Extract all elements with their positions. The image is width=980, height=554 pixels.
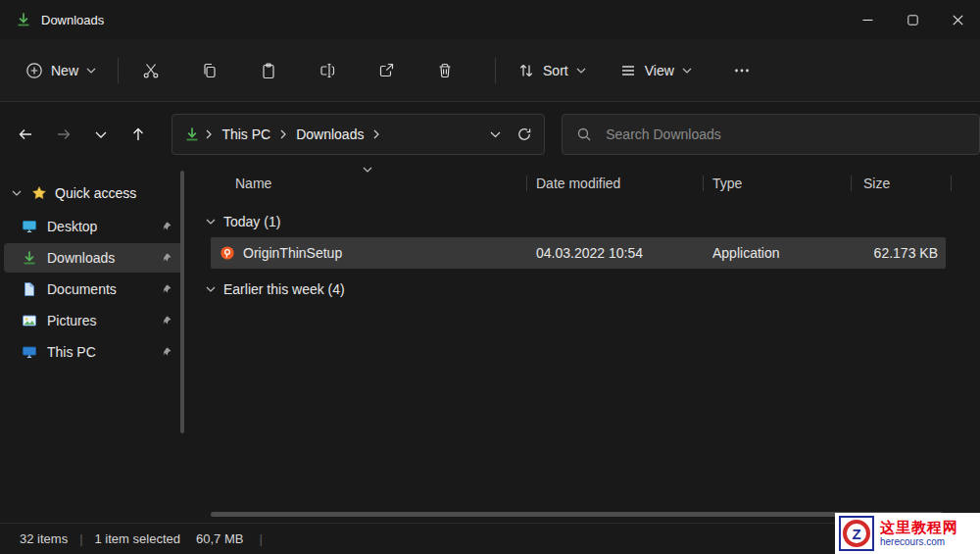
- download-icon: [22, 250, 37, 266]
- new-plus-icon: [25, 62, 43, 79]
- sort-button[interactable]: Sort: [508, 53, 596, 88]
- chevron-right-icon[interactable]: [373, 129, 379, 139]
- column-separator[interactable]: [951, 176, 952, 191]
- column-header-type[interactable]: Type: [712, 171, 742, 196]
- column-header-size[interactable]: Size: [863, 171, 890, 196]
- column-header-date-modified[interactable]: Date modified: [536, 171, 620, 196]
- sidebar-item-pictures[interactable]: Pictures: [4, 306, 182, 335]
- up-arrow-icon: [129, 126, 147, 143]
- download-icon: [16, 12, 31, 27]
- chevron-down-icon: [206, 286, 216, 292]
- file-list: Name Date modified Type Size Today (1): [196, 167, 980, 518]
- item-count: 32 items: [20, 531, 68, 546]
- titlebar-left: Downloads: [0, 12, 104, 27]
- chevron-down-icon[interactable]: [12, 190, 22, 196]
- chevron-right-icon[interactable]: [206, 129, 212, 139]
- copy-button[interactable]: [189, 52, 230, 89]
- column-header-name[interactable]: Name: [235, 171, 271, 196]
- address-dropdown-chevron-icon[interactable]: [490, 131, 501, 138]
- watermark-text: 这里教程网 herecours.com: [880, 520, 958, 547]
- pin-icon: [161, 283, 172, 295]
- documents-icon: [22, 281, 37, 297]
- status-separator: |: [259, 531, 262, 546]
- navigation-bar: This PC Downloads: [0, 102, 980, 167]
- sidebar-item-label: Pictures: [47, 313, 97, 328]
- sort-button-label: Sort: [543, 63, 568, 78]
- sidebar-item-desktop[interactable]: Desktop: [4, 212, 182, 241]
- sidebar-item-quick-access[interactable]: Quick access: [0, 178, 188, 208]
- rename-button[interactable]: [307, 52, 348, 89]
- search-box[interactable]: [562, 114, 980, 155]
- delete-icon: [436, 62, 454, 79]
- watermark-logo: Z: [839, 516, 874, 551]
- cut-button[interactable]: [130, 52, 172, 89]
- more-options-button[interactable]: [721, 52, 762, 89]
- copy-icon: [201, 62, 219, 79]
- back-button[interactable]: [10, 118, 41, 151]
- group-header-today[interactable]: Today (1): [206, 210, 280, 233]
- star-icon: [31, 185, 47, 201]
- search-input[interactable]: [604, 126, 965, 143]
- recent-locations-button[interactable]: [85, 118, 117, 151]
- delete-button[interactable]: [424, 52, 466, 89]
- pictures-icon: [22, 313, 37, 328]
- watermark-title: 这里教程网: [880, 520, 958, 536]
- chevron-down-icon: [206, 219, 216, 225]
- file-row-originthinsetup[interactable]: OriginThinSetup 04.03.2022 10:54 Applica…: [211, 237, 946, 269]
- chevron-down-icon: [576, 68, 586, 74]
- address-bar-right: [490, 126, 532, 142]
- watermark-site: herecours.com: [880, 536, 958, 547]
- file-type: Application: [712, 237, 780, 269]
- sidebar-item-label: Documents: [47, 281, 117, 297]
- column-separator[interactable]: [851, 176, 852, 191]
- view-button[interactable]: View: [610, 53, 702, 88]
- sidebar-item-this-pc[interactable]: This PC: [4, 337, 182, 367]
- breadcrumb-downloads[interactable]: Downloads: [292, 125, 368, 144]
- download-icon: [184, 126, 200, 142]
- sidebar: Quick access Desktop Dow: [0, 167, 196, 529]
- new-button[interactable]: New: [16, 53, 106, 88]
- sort-indicator-chevron-icon: [363, 167, 372, 173]
- breadcrumb-this-pc[interactable]: This PC: [218, 125, 274, 144]
- column-separator[interactable]: [526, 176, 527, 191]
- toolbar-separator: [118, 58, 119, 83]
- chevron-down-icon: [682, 68, 692, 74]
- sidebar-scrollbar[interactable]: [180, 171, 184, 433]
- desktop-icon: [22, 219, 37, 234]
- watermark-logo-letter: Z: [852, 526, 860, 542]
- refresh-icon[interactable]: [516, 126, 532, 142]
- address-bar[interactable]: This PC Downloads: [172, 114, 545, 155]
- pin-icon: [161, 346, 172, 358]
- pin-icon: [161, 221, 172, 232]
- paste-button[interactable]: [248, 52, 289, 89]
- group-header-earlier-this-week[interactable]: Earlier this week (4): [206, 277, 345, 301]
- sidebar-item-documents[interactable]: Documents: [4, 275, 182, 304]
- ellipsis-icon: [733, 62, 751, 79]
- forward-button[interactable]: [47, 118, 78, 151]
- chevron-right-icon[interactable]: [280, 129, 286, 139]
- paste-icon: [260, 62, 277, 79]
- file-explorer-window: Downloads: [0, 0, 980, 554]
- sort-icon: [517, 62, 535, 79]
- minimize-button[interactable]: [845, 0, 890, 39]
- origin-app-icon: [220, 245, 235, 261]
- file-size: 62.173 KB: [874, 237, 938, 269]
- sidebar-item-label: Downloads: [47, 250, 115, 266]
- horizontal-scrollbar[interactable]: [211, 512, 943, 517]
- share-button[interactable]: [366, 52, 407, 89]
- close-icon: [953, 15, 963, 25]
- pin-icon: [161, 252, 172, 264]
- sidebar-item-downloads[interactable]: Downloads: [4, 243, 182, 273]
- share-icon: [377, 62, 395, 79]
- maximize-button[interactable]: [890, 0, 935, 39]
- pin-icon: [161, 315, 172, 327]
- sidebar-item-label: Quick access: [55, 185, 136, 201]
- titlebar[interactable]: Downloads: [0, 0, 980, 39]
- close-button[interactable]: [935, 0, 980, 39]
- column-headers: Name Date modified Type Size: [196, 171, 980, 196]
- chevron-down-icon: [86, 68, 96, 74]
- watermark: Z 这里教程网 herecours.com: [835, 513, 980, 554]
- column-separator[interactable]: [703, 176, 704, 191]
- up-button[interactable]: [122, 118, 154, 151]
- status-bar: 32 items | 1 item selected 60,7 MB |: [0, 523, 980, 554]
